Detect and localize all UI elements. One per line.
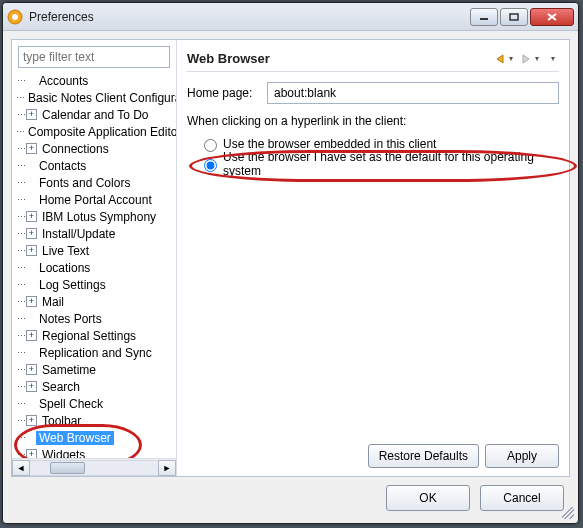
expand-icon[interactable]: +	[26, 109, 37, 120]
expand-icon[interactable]: +	[26, 211, 37, 222]
tree-item[interactable]: ⋯Composite Application Editor	[12, 123, 176, 140]
tree-item-label: Accounts	[36, 74, 91, 88]
home-page-input[interactable]	[267, 82, 559, 104]
tree-item-label: Mail	[39, 295, 67, 309]
home-page-label: Home page:	[187, 86, 267, 100]
tree-item-label: Web Browser	[36, 431, 114, 445]
tree-tick-icon: ⋯	[16, 161, 26, 171]
tree-item[interactable]: ⋯+Toolbar	[12, 412, 176, 429]
tree-item[interactable]: ⋯Accounts	[12, 72, 176, 89]
tree-tick-icon: ⋯	[16, 399, 26, 409]
cancel-button[interactable]: Cancel	[480, 485, 564, 511]
expand-icon[interactable]: +	[26, 143, 37, 154]
horizontal-scrollbar[interactable]: ◄ ►	[12, 458, 176, 476]
tree-item-label: Notes Ports	[36, 312, 105, 326]
tree-item-label: Contacts	[36, 159, 89, 173]
tree-item-label: Log Settings	[36, 278, 109, 292]
tree-item[interactable]: ⋯+IBM Lotus Symphony	[12, 208, 176, 225]
main-panel: ⋯Accounts⋯Basic Notes Client Configurat⋯…	[11, 39, 570, 477]
app-icon	[7, 9, 23, 25]
tree-item-label: Sametime	[39, 363, 99, 377]
nav-forward-menu[interactable]: ▾	[535, 54, 543, 63]
detail-pane: Web Browser ▾ ▾ ▾ Home page: When clicki…	[177, 40, 569, 476]
tree-item[interactable]: ⋯+Mail	[12, 293, 176, 310]
tree-item[interactable]: ⋯Spell Check	[12, 395, 176, 412]
svg-rect-3	[510, 14, 518, 20]
tree-item-label: Live Text	[39, 244, 92, 258]
nav-back-menu[interactable]: ▾	[509, 54, 517, 63]
restore-defaults-button[interactable]: Restore Defaults	[368, 444, 479, 468]
tree-tick-icon: ⋯	[16, 450, 26, 459]
tree-tick-icon: ⋯	[16, 365, 26, 375]
tree-tick-icon: ⋯	[16, 433, 26, 443]
tree-item[interactable]: ⋯+Install/Update	[12, 225, 176, 242]
tree-item-label: Calendar and To Do	[39, 108, 152, 122]
page-title: Web Browser	[187, 51, 270, 66]
tree-item[interactable]: ⋯Notes Ports	[12, 310, 176, 327]
expand-icon[interactable]: +	[26, 449, 37, 458]
scroll-left-button[interactable]: ◄	[12, 460, 30, 476]
tree-tick-icon: ⋯	[16, 144, 26, 154]
expand-icon[interactable]: +	[26, 381, 37, 392]
tree-tick-icon: ⋯	[16, 93, 25, 103]
tree-item-label: Search	[39, 380, 83, 394]
radio-os-default-browser[interactable]: Use the browser I have set as the defaul…	[199, 154, 559, 174]
tree-item-label: Home Portal Account	[36, 193, 155, 207]
expand-icon[interactable]: +	[26, 296, 37, 307]
tree-item[interactable]: ⋯Fonts and Colors	[12, 174, 176, 191]
tree-item[interactable]: ⋯Home Portal Account	[12, 191, 176, 208]
tree-item[interactable]: ⋯Contacts	[12, 157, 176, 174]
expand-icon[interactable]: +	[26, 245, 37, 256]
tree-item[interactable]: ⋯+Sametime	[12, 361, 176, 378]
tree-item[interactable]: ⋯+Regional Settings	[12, 327, 176, 344]
expand-icon[interactable]: +	[26, 330, 37, 341]
tree-tick-icon: ⋯	[16, 76, 26, 86]
tree-tick-icon: ⋯	[16, 127, 25, 137]
tree-item[interactable]: ⋯+Live Text	[12, 242, 176, 259]
scroll-thumb[interactable]	[50, 462, 85, 474]
tree-item[interactable]: ⋯Locations	[12, 259, 176, 276]
minimize-button[interactable]	[470, 8, 498, 26]
filter-box	[18, 46, 170, 68]
scroll-track[interactable]	[30, 460, 158, 476]
tree-tick-icon: ⋯	[16, 348, 26, 358]
nav-forward-icon[interactable]	[519, 52, 533, 66]
tree-tick-icon: ⋯	[16, 110, 26, 120]
expand-icon[interactable]: +	[26, 415, 37, 426]
preferences-tree: ⋯Accounts⋯Basic Notes Client Configurat⋯…	[12, 72, 176, 476]
tree-item-label: Locations	[36, 261, 93, 275]
tree-item[interactable]: ⋯+Connections	[12, 140, 176, 157]
hyperlink-hint: When clicking on a hyperlink in the clie…	[187, 114, 559, 128]
tree-item[interactable]: ⋯+Calendar and To Do	[12, 106, 176, 123]
expand-icon[interactable]: +	[26, 228, 37, 239]
tree-item[interactable]: ⋯Web Browser	[12, 429, 176, 446]
close-button[interactable]	[530, 8, 574, 26]
tree-tick-icon: ⋯	[16, 280, 26, 290]
scroll-right-button[interactable]: ►	[158, 460, 176, 476]
tree-item[interactable]: ⋯Log Settings	[12, 276, 176, 293]
ok-button[interactable]: OK	[386, 485, 470, 511]
filter-input[interactable]	[18, 46, 170, 68]
maximize-button[interactable]	[500, 8, 528, 26]
tree-tick-icon: ⋯	[16, 246, 26, 256]
tree-item[interactable]: ⋯Replication and Sync	[12, 344, 176, 361]
expand-icon[interactable]: +	[26, 364, 37, 375]
apply-button[interactable]: Apply	[485, 444, 559, 468]
tree-tick-icon: ⋯	[16, 212, 26, 222]
radio-os-default-input[interactable]	[204, 159, 217, 172]
radio-os-default-label: Use the browser I have set as the defaul…	[223, 150, 559, 178]
tree-tick-icon: ⋯	[16, 416, 26, 426]
tree-item[interactable]: ⋯Basic Notes Client Configurat	[12, 89, 176, 106]
titlebar[interactable]: Preferences	[3, 3, 578, 31]
tree-tick-icon: ⋯	[16, 178, 26, 188]
resize-grip[interactable]	[562, 507, 574, 519]
view-menu-icon[interactable]: ▾	[551, 54, 559, 63]
radio-embedded-input[interactable]	[204, 139, 217, 152]
nav-back-icon[interactable]	[493, 52, 507, 66]
tree-item[interactable]: ⋯+Widgets	[12, 446, 176, 458]
radio-embedded-label: Use the browser embedded in this client	[223, 137, 436, 151]
tree-item[interactable]: ⋯+Search	[12, 378, 176, 395]
sidebar: ⋯Accounts⋯Basic Notes Client Configurat⋯…	[12, 40, 177, 476]
tree-item-label: Basic Notes Client Configurat	[25, 91, 176, 105]
tree-item-label: Widgets	[39, 448, 88, 459]
